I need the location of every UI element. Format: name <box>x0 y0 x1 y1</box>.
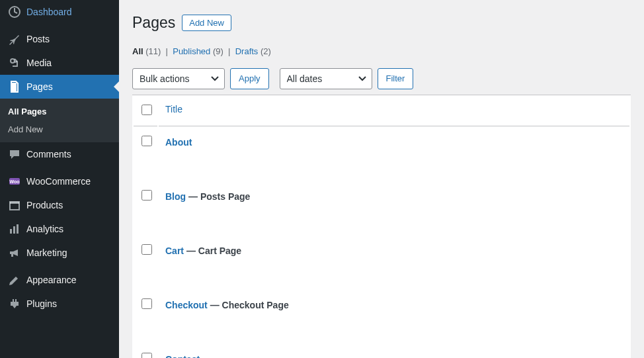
sidebar-item-label: Comments <box>26 149 71 159</box>
sidebar-item-marketing[interactable]: Marketing <box>0 241 119 265</box>
sidebar-item-posts[interactable]: Posts <box>0 27 119 51</box>
svg-rect-9 <box>17 224 19 234</box>
svg-rect-7 <box>10 229 12 234</box>
page-title-link[interactable]: About <box>165 137 192 148</box>
sidebar-item-comments[interactable]: Comments <box>0 142 119 166</box>
sidebar-item-label: Posts <box>26 34 50 44</box>
megaphone-icon <box>8 246 21 259</box>
filter-all-count: (11) <box>145 46 161 56</box>
column-title-header[interactable]: Title <box>165 104 182 114</box>
sidebar-submenu: All Pages Add New <box>0 99 119 142</box>
plugins-icon <box>8 297 21 310</box>
sidebar-item-label: Pages <box>26 81 53 92</box>
table-row: Cart — Cart Page <box>134 236 629 289</box>
woo-icon: Woo <box>8 175 21 188</box>
tablenav-top: Bulk actions Apply All dates Filter <box>132 68 631 95</box>
page-title-link[interactable]: Blog <box>165 191 186 202</box>
pages-table: Title AboutBlog — Posts PageCart — Cart … <box>132 95 631 358</box>
sidebar-item-dashboard[interactable]: Dashboard <box>0 0 119 24</box>
pushpin-icon <box>8 32 21 46</box>
sidebar-item-label: Appearance <box>26 275 77 285</box>
heading-row: Pages Add New <box>132 7 631 46</box>
appearance-icon <box>8 273 21 287</box>
sidebar-item-plugins[interactable]: Plugins <box>0 292 119 316</box>
admin-sidebar: Dashboard Posts Media Pages All Pages Ad… <box>0 0 119 358</box>
filter-published-count: (9) <box>213 46 223 56</box>
page-title-link[interactable]: Contact <box>165 354 200 358</box>
sidebar-item-label: Marketing <box>26 247 67 258</box>
sidebar-item-appearance[interactable]: Appearance <box>0 268 119 292</box>
page-title-link[interactable]: Cart <box>165 246 184 256</box>
filter-button[interactable]: Filter <box>378 68 414 89</box>
products-icon <box>8 199 21 212</box>
filter-drafts-count: (2) <box>261 46 271 56</box>
main-content: Pages Add New All (11) | Published (9) |… <box>119 0 644 358</box>
add-new-button[interactable]: Add New <box>182 15 231 31</box>
page-title: Pages <box>132 13 175 33</box>
row-checkbox[interactable] <box>141 136 152 146</box>
page-state: — Checkout Page <box>208 300 289 310</box>
page-title-link[interactable]: Checkout <box>165 300 208 310</box>
sidebar-item-label: WooCommerce <box>26 176 91 187</box>
filter-all[interactable]: All <box>132 46 143 56</box>
apply-button[interactable]: Apply <box>230 68 269 89</box>
pages-icon <box>8 80 21 93</box>
svg-point-1 <box>11 59 15 63</box>
dashboard-icon <box>8 5 21 19</box>
sidebar-item-media[interactable]: Media <box>0 51 119 75</box>
table-row: About <box>134 128 629 181</box>
sidebar-item-label: Plugins <box>26 298 57 309</box>
svg-rect-6 <box>10 202 19 204</box>
sidebar-item-woocommerce[interactable]: Woo WooCommerce <box>0 169 119 193</box>
table-row: Contact <box>134 345 629 358</box>
table-row: Checkout — Checkout Page <box>134 291 629 343</box>
row-checkbox[interactable] <box>141 244 152 255</box>
sidebar-item-label: Analytics <box>26 224 63 234</box>
svg-text:Woo: Woo <box>9 179 19 184</box>
status-filter-links: All (11) | Published (9) | Drafts (2) <box>132 46 631 68</box>
media-icon <box>8 56 21 69</box>
svg-rect-2 <box>11 83 17 91</box>
sidebar-item-pages[interactable]: Pages <box>0 75 119 99</box>
page-state: — Posts Page <box>186 191 250 202</box>
filter-drafts[interactable]: Drafts <box>235 46 259 56</box>
sidebar-item-analytics[interactable]: Analytics <box>0 217 119 241</box>
select-all-checkbox[interactable] <box>141 105 152 115</box>
analytics-icon <box>8 222 21 236</box>
svg-rect-8 <box>13 226 15 234</box>
comments-icon <box>8 148 21 161</box>
sidebar-item-products[interactable]: Products <box>0 193 119 217</box>
submenu-all-pages[interactable]: All Pages <box>0 103 119 120</box>
row-checkbox[interactable] <box>141 353 152 358</box>
bulk-actions-select[interactable]: Bulk actions <box>132 68 225 89</box>
date-filter-select[interactable]: All dates <box>280 68 372 89</box>
sidebar-item-label: Media <box>26 58 52 68</box>
submenu-add-new[interactable]: Add New <box>0 120 119 138</box>
page-state: — Cart Page <box>184 246 241 256</box>
filter-published[interactable]: Published <box>173 46 210 56</box>
row-checkbox[interactable] <box>141 298 152 309</box>
sidebar-item-label: Products <box>26 200 63 210</box>
row-checkbox[interactable] <box>141 190 152 201</box>
sidebar-item-label: Dashboard <box>26 7 72 17</box>
table-row: Blog — Posts Page <box>134 182 629 235</box>
